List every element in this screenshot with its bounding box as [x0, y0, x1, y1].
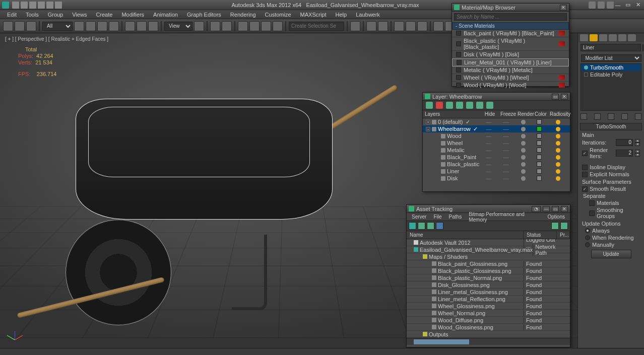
layer-row[interactable]: Liner——	[423, 168, 570, 175]
material-editor-icon[interactable]	[417, 21, 427, 31]
asset-menu-item[interactable]: Paths	[446, 214, 465, 220]
color-swatch[interactable]	[537, 169, 542, 174]
layer-row[interactable]: Wheel——	[423, 139, 570, 147]
update-always-radio[interactable]	[585, 228, 590, 233]
menu-tools[interactable]: Tools	[22, 12, 43, 18]
asset-row[interactable]: Wood_Glossiness.pngFound	[407, 324, 570, 331]
radiosity-icon[interactable]	[556, 127, 560, 131]
asset-row[interactable]: Wheel_Normal.pngFound	[407, 310, 570, 317]
add-sel-icon[interactable]	[446, 102, 453, 109]
material-item[interactable]: Back_paint ( VRayMtl ) [Black_Paint]	[452, 30, 569, 37]
modify-tab-icon[interactable]	[590, 34, 598, 41]
radiosity-icon[interactable]	[556, 148, 560, 153]
qat-new-icon[interactable]	[12, 2, 19, 9]
unlink-icon[interactable]	[15, 21, 25, 31]
refresh-icon[interactable]	[409, 222, 416, 230]
config-sets-icon[interactable]	[635, 113, 641, 120]
render-icon[interactable]	[521, 127, 526, 131]
asset-menu-item[interactable]: Bitmap Performance and Memory	[466, 211, 543, 223]
dialog-titlebar[interactable]: Material/Map Browser ✕	[452, 4, 569, 12]
col-color[interactable]: Color	[533, 110, 548, 118]
dialog-close-button[interactable]: ✕	[561, 94, 568, 100]
render-setup-icon[interactable]	[433, 21, 443, 31]
material-search-input[interactable]	[454, 13, 567, 21]
dialog-max-button[interactable]: ▭	[552, 206, 559, 212]
col-status[interactable]: Status	[524, 231, 557, 239]
qat-save-icon[interactable]	[29, 2, 36, 9]
layer-row[interactable]: Metalic——	[423, 147, 570, 154]
asset-menu-item[interactable]: File	[430, 214, 444, 220]
expand-icon[interactable]: -	[426, 127, 430, 131]
move-icon[interactable]	[125, 21, 135, 31]
menu-animation[interactable]: Animation	[149, 12, 182, 18]
asset-row[interactable]: Wheel_Glossiness.pngFound	[407, 303, 570, 310]
render-icon[interactable]	[521, 134, 526, 138]
col-layers[interactable]: Layers	[423, 110, 481, 118]
render-iters-spinner[interactable]: 2	[616, 150, 633, 157]
rollout-header[interactable]: TurboSmooth	[580, 123, 642, 130]
infocenter-icon[interactable]	[589, 2, 596, 9]
asset-row[interactable]: Outputs	[407, 331, 570, 338]
dialog-titlebar[interactable]: Layer: Wheelbarrow ▭ ✕	[423, 93, 570, 101]
named-selection-input[interactable]	[289, 22, 344, 31]
remove-mod-icon[interactable]	[621, 113, 628, 120]
asset-row[interactable]: Black_plastic_Normal.pngFound	[407, 274, 570, 281]
display-tab-icon[interactable]	[618, 34, 626, 41]
maximize-button[interactable]: ▭	[624, 2, 632, 9]
qat-open-icon[interactable]	[21, 2, 28, 9]
select-region-icon[interactable]	[97, 21, 107, 31]
menu-modifiers[interactable]: Modifiers	[117, 12, 148, 18]
radiosity-icon[interactable]	[556, 155, 560, 160]
link-icon[interactable]	[3, 21, 13, 31]
delete-layer-icon[interactable]	[436, 102, 443, 109]
spin-up-icon[interactable]: ▴	[635, 139, 640, 143]
snap-angle-icon[interactable]	[249, 21, 260, 31]
radiosity-icon[interactable]	[556, 176, 560, 181]
modifier-item[interactable]: Editable Poly	[581, 71, 641, 78]
material-item[interactable]: Metalic ( VRayMtl ) [Metalic]	[452, 66, 569, 74]
layer-row[interactable]: Disk——	[423, 175, 570, 182]
material-item[interactable]: Liner_Metal_001 ( VRayMtl ) [Liner]	[452, 58, 569, 66]
asset-row[interactable]: Liner_metal_Glossiness.pngFound	[407, 289, 570, 296]
menu-views[interactable]: Views	[68, 12, 91, 18]
unique-icon[interactable]	[608, 113, 614, 120]
spinner-snap-icon[interactable]	[273, 21, 283, 31]
spin-down-icon[interactable]: ▾	[635, 143, 640, 146]
dialog-min-button[interactable]: —	[543, 206, 550, 212]
menu-laubwerk[interactable]: Laubwerk	[352, 12, 384, 18]
menu-customize[interactable]: Customize	[261, 12, 295, 18]
radiosity-icon[interactable]	[556, 120, 560, 124]
app-logo-icon[interactable]	[2, 2, 9, 9]
view-tree-icon[interactable]	[427, 222, 434, 230]
render-icon[interactable]	[521, 155, 526, 160]
hierarchy-tab-icon[interactable]	[599, 34, 607, 41]
layer-row[interactable]: Black_plastic——	[423, 161, 570, 168]
pin-stack-icon[interactable]	[581, 113, 587, 120]
snap-2d-icon[interactable]	[238, 21, 248, 31]
object-name-input[interactable]	[581, 44, 641, 51]
utilities-tab-icon[interactable]	[628, 34, 636, 41]
sep-smoothing-check[interactable]	[589, 210, 595, 216]
select-highlight-icon[interactable]	[456, 102, 463, 109]
align-icon[interactable]	[366, 21, 376, 31]
radiosity-icon[interactable]	[556, 141, 560, 146]
color-swatch[interactable]	[537, 162, 542, 167]
scale-icon[interactable]	[148, 21, 158, 31]
menu-help[interactable]: Help	[332, 12, 351, 18]
expand-icon[interactable]: +	[426, 120, 430, 124]
radiosity-icon[interactable]	[556, 134, 560, 138]
menu-group[interactable]: Group	[44, 12, 68, 18]
qat-project-icon[interactable]	[55, 2, 62, 9]
color-swatch[interactable]	[537, 155, 542, 160]
asset-row[interactable]: Easiload_Galvanised_Wheelbarrow_vray.max…	[407, 246, 570, 253]
render-icon[interactable]	[521, 120, 526, 124]
window-crossing-icon[interactable]	[109, 21, 119, 31]
show-result-icon[interactable]	[594, 113, 601, 120]
kbd-icon[interactable]	[222, 21, 232, 31]
highlight-layer-icon[interactable]	[466, 102, 473, 109]
modifier-item[interactable]: TurboSmooth	[581, 64, 641, 71]
select-name-icon[interactable]	[86, 21, 96, 31]
asset-row[interactable]: Liner_metal_Reflection.pngFound	[407, 296, 570, 303]
asset-menu-item[interactable]: Server	[409, 214, 429, 220]
menu-graph editors[interactable]: Graph Editors	[183, 12, 225, 18]
